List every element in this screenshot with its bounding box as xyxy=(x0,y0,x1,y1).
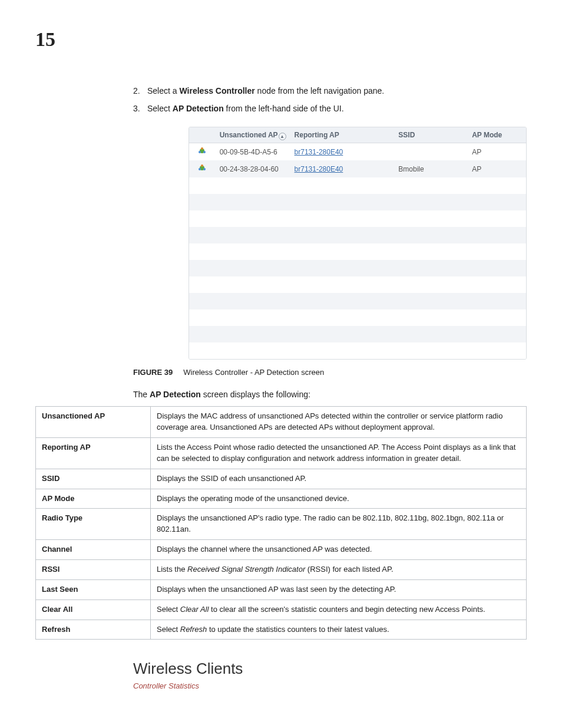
ap-status-icon xyxy=(198,164,206,172)
field-description: Displays the unsanctioned AP's radio typ… xyxy=(151,509,527,540)
column-header[interactable]: Unsanctioned AP▲ xyxy=(215,127,290,143)
field-row: Radio TypeDisplays the unsanctioned AP's… xyxy=(36,509,527,540)
figure-caption-text: Wireless Controller - AP Detection scree… xyxy=(183,368,324,377)
field-term: Unsanctioned AP xyxy=(36,407,151,438)
table-row-empty xyxy=(189,342,526,359)
field-definitions-table: Unsanctioned APDisplays the MAC address … xyxy=(35,406,527,640)
step: 2.Select a Wireless Controller node from… xyxy=(133,85,527,98)
svg-point-7 xyxy=(199,168,201,170)
field-description: Displays the channel where the unsanctio… xyxy=(151,540,527,560)
field-row: Clear AllSelect Clear All to clear all t… xyxy=(36,599,527,620)
ap-status-icon xyxy=(198,147,206,155)
svg-point-5 xyxy=(201,164,203,167)
ssid-cell xyxy=(394,143,467,161)
field-row: RSSILists the Received Signal Strength I… xyxy=(36,559,527,579)
column-header[interactable]: SSID xyxy=(394,127,467,143)
table-row[interactable]: 00-09-5B-4D-A5-6br7131-280E40AP xyxy=(189,143,526,161)
field-row: Unsanctioned APDisplays the MAC address … xyxy=(36,407,527,438)
field-row: Reporting APLists the Access Point whose… xyxy=(36,438,527,469)
table-row-empty xyxy=(189,326,526,342)
field-term: SSID xyxy=(36,469,151,489)
field-description: Select Clear All to clear all the screen… xyxy=(151,599,527,620)
table-row-empty xyxy=(189,276,526,293)
intro-bold: AP Detection xyxy=(150,390,201,399)
step-text: Select a Wireless Controller node from t… xyxy=(147,85,384,98)
field-term: Refresh xyxy=(36,620,151,640)
field-term: Reporting AP xyxy=(36,438,151,469)
field-row: AP ModeDisplays the operating mode of th… xyxy=(36,489,527,509)
svg-point-3 xyxy=(199,151,201,153)
table-header-row: Unsanctioned AP▲Reporting APSSIDAP Mode xyxy=(189,127,526,143)
reporting-ap-cell: br7131-280E40 xyxy=(290,160,394,177)
table-row-empty xyxy=(189,177,526,194)
breadcrumb-link[interactable]: Controller Statistics xyxy=(133,681,527,690)
ap-mode-cell: AP xyxy=(467,160,526,177)
field-row: SSIDDisplays the SSID of each unsanction… xyxy=(36,469,527,489)
table-row-empty xyxy=(189,194,526,210)
status-cell xyxy=(189,143,215,161)
ap-detection-table: Unsanctioned AP▲Reporting APSSIDAP Mode … xyxy=(189,127,526,359)
field-term: RSSI xyxy=(36,559,151,579)
table-row-empty xyxy=(189,309,526,326)
field-description: Select Refresh to update the statistics … xyxy=(151,620,527,640)
column-header[interactable]: AP Mode xyxy=(467,127,526,143)
steps-list: 2.Select a Wireless Controller node from… xyxy=(133,85,527,115)
field-description: Lists the Access Point whose radio detec… xyxy=(151,438,527,469)
field-description: Lists the Received Signal Strength Indic… xyxy=(151,559,527,579)
table-row[interactable]: 00-24-38-28-04-60br7131-280E40BmobileAP xyxy=(189,160,526,177)
ap-mode-cell: AP xyxy=(467,143,526,161)
table-row-empty xyxy=(189,227,526,243)
unsanctioned-ap-cell: 00-09-5B-4D-A5-6 xyxy=(215,143,290,161)
column-header[interactable]: Reporting AP xyxy=(290,127,394,143)
table-row-empty xyxy=(189,260,526,276)
ap-detection-screenshot: Unsanctioned AP▲Reporting APSSIDAP Mode … xyxy=(189,127,527,360)
field-term: Channel xyxy=(36,540,151,560)
field-term: Clear All xyxy=(36,599,151,620)
page-number: 15 xyxy=(35,28,527,51)
status-cell xyxy=(189,160,215,177)
field-row: ChannelDisplays the channel where the un… xyxy=(36,540,527,560)
section-heading: Wireless Clients xyxy=(133,660,527,678)
field-description: Displays the MAC address of unsanctioned… xyxy=(151,407,527,438)
sort-asc-icon[interactable]: ▲ xyxy=(279,133,286,140)
field-term: AP Mode xyxy=(36,489,151,509)
unsanctioned-ap-cell: 00-24-38-28-04-60 xyxy=(215,160,290,177)
intro-post: screen displays the following: xyxy=(201,390,310,399)
table-row-empty xyxy=(189,243,526,260)
svg-point-2 xyxy=(203,151,206,153)
svg-point-1 xyxy=(201,147,203,150)
step: 3.Select AP Detection from the left-hand… xyxy=(133,103,527,116)
field-row: RefreshSelect Refresh to update the stat… xyxy=(36,620,527,640)
step-text: Select AP Detection from the left-hand s… xyxy=(147,103,344,116)
column-header[interactable] xyxy=(189,127,215,143)
ssid-cell: Bmobile xyxy=(394,160,467,177)
intro-paragraph: The AP Detection screen displays the fol… xyxy=(133,390,527,399)
table-row-empty xyxy=(189,210,526,227)
svg-point-6 xyxy=(203,168,206,170)
reporting-ap-cell: br7131-280E40 xyxy=(290,143,394,161)
field-row: Last SeenDisplays when the unsanctioned … xyxy=(36,579,527,599)
reporting-ap-link[interactable]: br7131-280E40 xyxy=(295,165,343,173)
field-description: Displays when the unsanctioned AP was la… xyxy=(151,579,527,599)
field-description: Displays the SSID of each unsanctioned A… xyxy=(151,469,527,489)
step-number: 2. xyxy=(133,85,147,98)
figure-caption: FIGURE 39 Wireless Controller - AP Detec… xyxy=(133,368,527,377)
field-term: Radio Type xyxy=(36,509,151,540)
field-term: Last Seen xyxy=(36,579,151,599)
table-row-empty xyxy=(189,293,526,309)
step-number: 3. xyxy=(133,103,147,116)
figure-label: FIGURE 39 xyxy=(133,368,173,377)
field-description: Displays the operating mode of the unsan… xyxy=(151,489,527,509)
reporting-ap-link[interactable]: br7131-280E40 xyxy=(295,148,343,156)
intro-pre: The xyxy=(133,390,150,399)
